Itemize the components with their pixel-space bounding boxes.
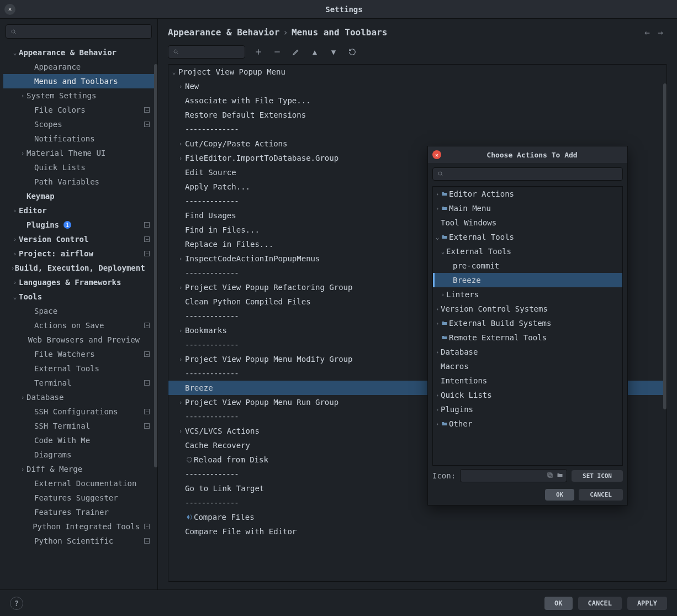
action-item[interactable]: ⌄External Tools [433, 230, 622, 244]
dialog-close-button[interactable]: ✕ [432, 150, 441, 159]
cancel-button[interactable]: CANCEL [578, 597, 622, 610]
titlebar: ✕ Settings [0, 0, 677, 19]
chevron-right-icon: › [19, 466, 27, 473]
action-item[interactable]: ›Version Control Systems [433, 302, 622, 316]
nav-item[interactable]: Code With Me [3, 433, 154, 447]
tree-item[interactable]: Restore Default Extensions [168, 108, 667, 122]
action-item[interactable]: ⌄External Tools [433, 244, 622, 259]
nav-item[interactable]: ›Material Theme UI [3, 146, 154, 160]
action-item[interactable]: ›Database [433, 345, 622, 359]
action-item[interactable]: Tool Windows [433, 215, 622, 230]
chevron-down-icon: ⌄ [11, 293, 19, 301]
tree-item[interactable]: ------------- [168, 122, 667, 136]
window-close-button[interactable]: ✕ [4, 4, 15, 15]
nav-item[interactable]: ⌄Tools [3, 289, 154, 304]
move-up-button[interactable]: ▲ [309, 46, 320, 57]
nav-item[interactable]: Path Variables [3, 175, 154, 189]
action-item[interactable]: pre-commit [433, 259, 622, 273]
tree-scrollbar[interactable] [663, 83, 667, 409]
nav-item[interactable]: SSH Terminal [3, 419, 154, 433]
action-item[interactable]: ›Plugins [433, 402, 622, 417]
action-item[interactable]: Remote External Tools [433, 330, 622, 345]
nav-item[interactable]: External Tools [3, 361, 154, 376]
tree-item[interactable]: ⌄Project View Popup Menu [168, 65, 667, 79]
add-action-button[interactable] [253, 46, 264, 57]
nav-item[interactable]: Python Scientific [3, 534, 154, 548]
tree-search-input[interactable] [168, 45, 245, 59]
copy-icon[interactable] [547, 472, 553, 480]
action-item[interactable]: ›Editor Actions [433, 187, 622, 201]
action-item[interactable]: ›Main Menu [433, 201, 622, 215]
nav-item[interactable]: File Watchers [3, 347, 154, 361]
nav-item[interactable]: Actions on Save [3, 318, 154, 333]
nav-item[interactable]: SSH Configurations [3, 404, 154, 419]
browse-icon[interactable] [557, 472, 563, 480]
chevron-right-icon: › [177, 255, 184, 262]
nav-item[interactable]: ›Project: airflow [3, 246, 154, 261]
nav-label: External Documentation [34, 479, 136, 488]
sidebar-scrollbar[interactable] [154, 64, 157, 589]
nav-item[interactable]: ⌄Appearance & Behavior [3, 45, 154, 60]
action-item[interactable]: ›Quick Lists [433, 388, 622, 402]
nav-label: Python Integrated Tools [33, 522, 140, 531]
nav-item[interactable]: File Colors [3, 103, 154, 117]
project-scope-icon [144, 538, 150, 544]
tree-item[interactable]: Compare File with Editor [168, 524, 667, 539]
dialog-cancel-button[interactable]: CANCEL [579, 489, 623, 501]
nav-item[interactable]: ›Languages & Frameworks [3, 275, 154, 289]
tree-item[interactable]: Associate with File Type... [168, 93, 667, 108]
action-item[interactable]: ›Other [433, 417, 622, 431]
action-item[interactable]: Intentions [433, 373, 622, 388]
nav-item[interactable]: Plugins1 [3, 218, 154, 232]
nav-label: Tools [19, 292, 42, 301]
dialog-ok-button[interactable]: OK [545, 489, 574, 501]
action-item[interactable]: ›External Build Systems [433, 316, 622, 330]
icon-path-input[interactable] [460, 469, 567, 482]
project-scope-icon [144, 524, 150, 529]
nav-item[interactable]: Keymap [3, 189, 154, 203]
move-down-button[interactable]: ▼ [328, 46, 339, 57]
nav-item[interactable]: ›Version Control [3, 232, 154, 246]
nav-item[interactable]: External Documentation [3, 476, 154, 491]
nav-item[interactable]: Features Suggester [3, 491, 154, 505]
forward-button[interactable]: → [654, 25, 667, 39]
nav-label: Material Theme UI [27, 149, 105, 157]
nav-item[interactable]: ›Editor [3, 203, 154, 218]
nav-item[interactable]: Space [3, 304, 154, 318]
tree-item[interactable]: Compare Files [168, 510, 667, 524]
action-label: Version Control Systems [441, 304, 548, 313]
nav-item[interactable]: ›System Settings [3, 88, 154, 103]
nav-item[interactable]: ›Diff & Merge [3, 462, 154, 476]
nav-item[interactable]: Diagrams [3, 447, 154, 462]
ok-button[interactable]: OK [544, 597, 572, 610]
nav-item[interactable]: Notifications [3, 131, 154, 146]
set-icon-button[interactable]: SET ICON [572, 470, 623, 482]
action-item[interactable]: ›Linters [433, 287, 622, 302]
nav-label: Code With Me [34, 436, 90, 445]
sidebar-search-input[interactable] [6, 24, 152, 39]
remove-action-button[interactable] [272, 46, 283, 57]
tree-item[interactable]: ›New [168, 79, 667, 93]
nav-item[interactable]: Web Browsers and Preview [3, 333, 154, 347]
action-item[interactable]: Macros [433, 359, 622, 373]
help-button[interactable]: ? [10, 597, 23, 610]
nav-item[interactable]: ›Database [3, 390, 154, 404]
nav-item[interactable]: Terminal [3, 376, 154, 390]
dialog-search-input[interactable] [432, 167, 623, 181]
action-item[interactable]: Breeze [433, 273, 622, 287]
action-label: Database [441, 348, 478, 356]
edit-action-button[interactable] [290, 46, 302, 57]
nav-item[interactable]: Scopes [3, 117, 154, 131]
back-button[interactable]: ← [641, 25, 654, 39]
svg-point-2 [174, 50, 177, 53]
apply-button[interactable]: APPLY [627, 597, 667, 610]
restore-button[interactable] [347, 46, 358, 57]
nav-item[interactable]: Menus and Toolbars [3, 74, 154, 88]
nav-label: Appearance & Behavior [19, 48, 117, 57]
nav-item[interactable]: Features Trainer [3, 505, 154, 519]
nav-item[interactable]: Quick Lists [3, 160, 154, 175]
nav-item[interactable]: Appearance [3, 60, 154, 74]
nav-item[interactable]: ›Build, Execution, Deployment [3, 261, 154, 275]
breadcrumb-root[interactable]: Appearance & Behavior [168, 27, 279, 38]
nav-item[interactable]: Python Integrated Tools [3, 519, 154, 534]
